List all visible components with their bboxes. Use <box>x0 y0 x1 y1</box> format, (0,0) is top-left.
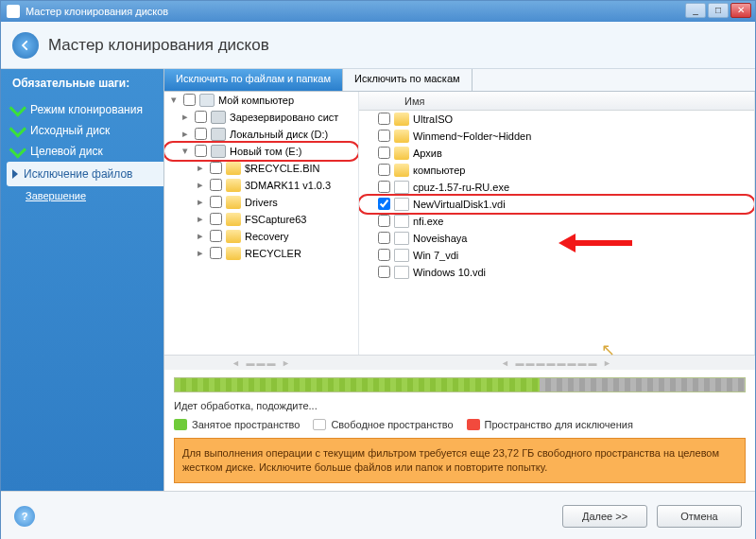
expand-icon[interactable]: ▸ <box>195 179 206 191</box>
tree-item[interactable]: ▸Recovery <box>164 228 358 245</box>
maximize-button[interactable]: □ <box>708 3 729 18</box>
legend-excl: Пространство для исключения <box>485 419 633 430</box>
list-item[interactable]: Архив <box>359 145 754 162</box>
tree-checkbox[interactable] <box>195 128 207 140</box>
expand-icon[interactable]: ▸ <box>180 111 191 123</box>
tree-item[interactable]: ▸3DMARK11 v1.0.3 <box>164 177 358 194</box>
list-item-label: Windows 10.vdi <box>413 267 486 278</box>
tree-item[interactable]: ▸FSCapture63 <box>164 211 358 228</box>
list-checkbox[interactable] <box>378 249 390 261</box>
tree-item-label: Recovery <box>245 231 288 242</box>
tree-checkbox[interactable] <box>195 111 207 123</box>
space-legend: Занятое пространство Свободное пространс… <box>174 419 746 430</box>
list-item-label: Win 7_vdi <box>413 250 458 261</box>
list-item[interactable]: cpuz-1.57-ru-RU.exe <box>359 179 754 196</box>
list-checkbox[interactable] <box>378 164 390 176</box>
tree-root-label: Мой компьютер <box>218 95 294 106</box>
tree-root[interactable]: ▾ Мой компьютер <box>164 92 358 109</box>
expand-icon[interactable]: ▸ <box>195 213 206 225</box>
space-progress <box>174 377 746 392</box>
page-header: Мастер клонирования дисков <box>1 22 755 69</box>
list-item[interactable]: Win 7_vdi <box>359 247 754 264</box>
list-item[interactable]: Windows 10.vdi <box>359 264 754 281</box>
list-checkbox[interactable] <box>378 232 390 244</box>
file-icon <box>394 232 409 245</box>
tree-item-label: Новый том (E:) <box>230 146 301 157</box>
column-header-name[interactable]: Имя <box>359 92 754 111</box>
tree-checkbox[interactable] <box>210 196 222 208</box>
tree-item[interactable]: ▾Новый том (E:) <box>164 143 358 160</box>
tree-item[interactable]: ▸Зарезервировано сист <box>164 109 358 126</box>
folder-icon <box>226 196 241 209</box>
step-исходный-диск[interactable]: Исходный диск <box>12 120 163 141</box>
drive-icon <box>211 111 226 124</box>
file-icon <box>394 215 409 228</box>
folder-icon <box>394 113 409 126</box>
tab-exclude-files[interactable]: Исключить по файлам и папкам <box>164 69 343 91</box>
list-checkbox[interactable] <box>378 266 390 278</box>
minimize-button[interactable]: _ <box>685 3 706 18</box>
tree-item-label: 3DMARK11 v1.0.3 <box>245 180 331 191</box>
expand-icon[interactable]: ▸ <box>195 247 206 259</box>
tree-checkbox[interactable] <box>210 162 222 174</box>
expand-icon[interactable]: ▸ <box>180 128 191 140</box>
file-list[interactable]: Имя UltraISOWinmend~Folder~HiddenАрхивко… <box>359 92 755 355</box>
list-item[interactable]: Winmend~Folder~Hidden <box>359 128 754 145</box>
back-button[interactable] <box>12 32 39 59</box>
expand-icon[interactable]: ▸ <box>195 230 206 242</box>
cancel-button[interactable]: Отмена <box>657 505 742 528</box>
wizard-footer: ? Далее >> Отмена <box>1 491 755 539</box>
expand-icon[interactable]: ▸ <box>195 196 206 208</box>
tree-item[interactable]: ▸Локальный диск (D:) <box>164 126 358 143</box>
tree-item-label: $RECYCLE.BIN <box>245 163 319 174</box>
folder-tree[interactable]: ▾ Мой компьютер ▸Зарезервировано сист▸Ло… <box>164 92 359 355</box>
tree-checkbox[interactable] <box>195 145 207 157</box>
tree-item[interactable]: ▸RECYCLER <box>164 245 358 262</box>
file-icon <box>394 181 409 194</box>
wizard-window: Мастер клонирования дисков _ □ ✕ Мастер … <box>0 0 756 539</box>
tree-item-label: FSCapture63 <box>245 214 306 225</box>
list-item[interactable]: Noveishaya <box>359 230 754 247</box>
tab-exclude-masks[interactable]: Исключить по маскам <box>343 69 472 91</box>
close-button[interactable]: ✕ <box>730 3 751 18</box>
next-button[interactable]: Далее >> <box>562 505 647 528</box>
tree-item[interactable]: ▸$RECYCLE.BIN <box>164 160 358 177</box>
list-item-label: Архив <box>413 148 442 159</box>
list-item[interactable]: UltraISO <box>359 111 754 128</box>
list-hscroll[interactable]: ◄ ▬▬▬▬▬▬▬▬ ► <box>359 355 755 370</box>
tree-root-checkbox[interactable] <box>183 94 196 106</box>
folder-icon <box>394 164 409 177</box>
tree-checkbox[interactable] <box>210 213 222 225</box>
tree-checkbox[interactable] <box>210 247 222 259</box>
step-режим-клонирования[interactable]: Режим клонирования <box>12 99 163 120</box>
swatch-free-icon <box>313 419 326 430</box>
main-pane: Исключить по файлам и папкам Исключить п… <box>163 69 755 491</box>
drive-icon <box>211 145 226 158</box>
swatch-excl-icon <box>467 419 480 430</box>
tree-hscroll[interactable]: ◄ ▬▬▬ ► <box>164 355 359 370</box>
list-checkbox[interactable] <box>378 147 390 159</box>
expand-icon[interactable]: ▾ <box>180 145 191 157</box>
list-checkbox[interactable] <box>378 215 390 227</box>
arrow-left-icon <box>19 39 32 52</box>
list-checkbox[interactable] <box>378 181 390 193</box>
list-checkbox[interactable] <box>378 113 390 125</box>
tree-checkbox[interactable] <box>210 230 222 242</box>
help-button[interactable]: ? <box>14 506 35 527</box>
step-завершение[interactable]: Завершение <box>12 186 163 205</box>
collapse-icon[interactable]: ▾ <box>168 94 180 106</box>
list-item[interactable]: NewVirtualDisk1.vdi <box>359 196 754 213</box>
titlebar[interactable]: Мастер клонирования дисков _ □ ✕ <box>1 1 755 22</box>
step-целевой-диск[interactable]: Целевой диск <box>12 141 163 162</box>
folder-icon <box>226 247 241 260</box>
list-checkbox[interactable] <box>378 130 390 142</box>
list-item[interactable]: nfi.exe <box>359 213 754 230</box>
tree-checkbox[interactable] <box>210 179 222 191</box>
step-исключение-файлов[interactable]: Исключение файлов <box>7 162 163 186</box>
list-item[interactable]: компьютер <box>359 162 754 179</box>
expand-icon[interactable]: ▸ <box>195 162 206 174</box>
list-checkbox[interactable] <box>378 198 390 210</box>
warning-banner: Для выполнения операции с текущим фильтр… <box>174 438 746 483</box>
tree-item[interactable]: ▸Drivers <box>164 194 358 211</box>
list-item-label: Winmend~Folder~Hidden <box>413 130 531 142</box>
